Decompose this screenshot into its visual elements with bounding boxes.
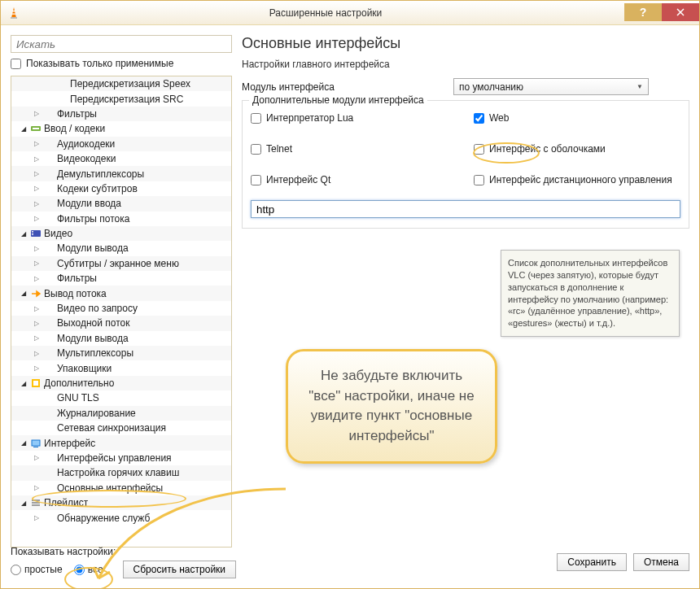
tree-item-label: Фильтры xyxy=(57,273,97,284)
tree-row[interactable]: ▷Интерфейсы управления xyxy=(11,451,231,465)
tree-item-label: Ввод / кодеки xyxy=(44,123,105,134)
tree-row[interactable]: ▷Выходной поток xyxy=(11,316,231,330)
triangle-right-icon[interactable]: ▷ xyxy=(31,484,42,491)
tree-item-label: Настройка горячих клавиш xyxy=(57,467,179,478)
checkbox-remote[interactable]: Интерфейс дистанционного управления xyxy=(474,174,680,185)
checkbox-web[interactable]: Web xyxy=(474,112,680,124)
save-button[interactable]: Сохранить xyxy=(557,553,627,571)
vlc-cone-icon xyxy=(7,7,20,20)
module-dropdown[interactable]: по умолчанию ▼ xyxy=(453,78,649,95)
cancel-button[interactable]: Отмена xyxy=(633,553,689,571)
triangle-right-icon[interactable]: ▷ xyxy=(31,260,42,267)
tree-item-label: Модули ввода xyxy=(57,198,121,209)
triangle-down-icon[interactable]: ◢ xyxy=(18,439,29,447)
triangle-right-icon[interactable]: ▷ xyxy=(31,110,42,117)
radio-all[interactable]: все xyxy=(74,564,103,575)
tree-row[interactable]: ◢Вывод потока xyxy=(11,286,231,300)
settings-tree[interactable]: Передискретизация SpeexПередискретизация… xyxy=(11,76,232,548)
window-buttons: ? xyxy=(624,4,699,22)
tree-row[interactable]: ▷Модули вывода xyxy=(11,241,231,255)
triangle-right-icon[interactable]: ▷ xyxy=(31,514,42,521)
checkbox-telnet[interactable]: Telnet xyxy=(251,143,457,155)
window-title: Расширенные настройки xyxy=(27,7,624,19)
tree-item-label: Выходной поток xyxy=(57,317,129,329)
playlist-icon xyxy=(29,497,42,508)
tree-item-label: Обнаружение служб xyxy=(57,513,150,524)
tree-item-label: Фильтры xyxy=(57,108,97,120)
checkbox-qt[interactable]: Интерфейс Qt xyxy=(251,174,457,185)
triangle-right-icon[interactable]: ▷ xyxy=(31,170,42,177)
tree-item-label: Передискретизация SRC xyxy=(70,94,183,105)
triangle-right-icon[interactable]: ▷ xyxy=(31,185,42,192)
tree-row[interactable]: ▷Обнаружение служб xyxy=(11,510,231,525)
tree-row[interactable]: ▷Аудиокодеки xyxy=(11,137,231,151)
svg-marker-0 xyxy=(11,7,16,18)
triangle-right-icon[interactable]: ▷ xyxy=(31,305,42,312)
triangle-right-icon[interactable]: ▷ xyxy=(31,200,42,207)
triangle-right-icon[interactable]: ▷ xyxy=(31,215,42,222)
triangle-right-icon[interactable]: ▷ xyxy=(31,140,42,147)
tree-row[interactable]: ▷Модули вывода xyxy=(11,331,231,346)
tree-row[interactable]: ▷Видеокодеки xyxy=(11,151,231,166)
checkbox-lua[interactable]: Интерпретатор Lua xyxy=(251,112,457,124)
triangle-right-icon[interactable]: ▷ xyxy=(31,155,42,163)
tree-row[interactable]: Передискретизация SRC xyxy=(11,91,231,106)
triangle-down-icon[interactable]: ◢ xyxy=(18,380,29,387)
page-title: Основные интерфейсы xyxy=(242,35,689,52)
tree-row[interactable]: ▷Основные интерфейсы xyxy=(11,481,231,495)
tree-row[interactable]: Сетевая синхронизация xyxy=(11,421,231,435)
triangle-right-icon[interactable]: ▷ xyxy=(31,245,42,252)
tree-row[interactable]: ◢Ввод / кодеки xyxy=(11,121,231,136)
tree-row[interactable]: ◢Видео xyxy=(11,226,231,241)
triangle-right-icon[interactable]: ▷ xyxy=(31,320,42,327)
radio-simple[interactable]: простые xyxy=(11,564,63,575)
tree-row[interactable]: ◢Плейлист xyxy=(11,495,231,510)
triangle-right-icon[interactable]: ▷ xyxy=(31,275,42,282)
tree-row[interactable]: Журналирование xyxy=(11,406,231,421)
tree-item-label: Журналирование xyxy=(57,408,136,419)
tree-row[interactable]: ▷Фильтры потока xyxy=(11,212,231,226)
tree-item-label: Упаковщики xyxy=(57,363,112,374)
search-input[interactable] xyxy=(11,35,232,53)
tree-row[interactable]: ▷Кодеки субтитров xyxy=(11,181,231,196)
tree-row[interactable]: ◢Интерфейс xyxy=(11,435,231,450)
triangle-right-icon[interactable]: ▷ xyxy=(31,364,42,372)
show-applicable-checkbox[interactable]: Показывать только применимые xyxy=(11,58,232,69)
svg-rect-2 xyxy=(12,11,15,11)
triangle-down-icon[interactable]: ◢ xyxy=(18,500,29,507)
svg-rect-16 xyxy=(32,504,40,506)
tree-item-label: Модули вывода xyxy=(57,242,129,254)
tree-row[interactable]: Настройка горячих клавиш xyxy=(11,465,231,480)
reset-button[interactable]: Сбросить настройки xyxy=(123,561,236,578)
svg-rect-11 xyxy=(33,381,38,386)
tree-row[interactable]: ▷Упаковщики xyxy=(11,360,231,375)
show-applicable-cb[interactable] xyxy=(11,59,21,69)
triangle-right-icon[interactable]: ▷ xyxy=(31,454,42,461)
tree-item-label: Кодеки субтитров xyxy=(57,183,138,194)
triangle-right-icon[interactable]: ▷ xyxy=(31,334,42,342)
triangle-right-icon[interactable]: ▷ xyxy=(31,350,42,357)
tree-row[interactable]: ▷Видео по запросу xyxy=(11,301,231,316)
checkbox-skins[interactable]: Интерфейс с оболочками xyxy=(474,143,680,155)
extra-interfaces-input[interactable] xyxy=(251,200,680,218)
tree-row[interactable]: ▷Фильтры xyxy=(11,107,231,121)
triangle-down-icon[interactable]: ◢ xyxy=(18,125,29,133)
tree-item-label: Видео xyxy=(44,228,72,239)
tree-row[interactable]: ▷Модули ввода xyxy=(11,196,231,211)
triangle-down-icon[interactable]: ◢ xyxy=(18,290,29,297)
help-button[interactable]: ? xyxy=(624,3,662,21)
tree-row[interactable]: ▷Субтитры / экранное меню xyxy=(11,256,231,271)
close-button[interactable] xyxy=(662,3,699,21)
tree-item-label: Интерфейсы управления xyxy=(57,452,172,464)
tree-item-label: Модули вывода xyxy=(57,333,129,344)
tree-row[interactable]: ▷Мультиплексоры xyxy=(11,346,231,360)
tree-row[interactable]: ▷Демультиплексоры xyxy=(11,166,231,181)
tree-row[interactable]: GNU TLS xyxy=(11,390,231,405)
tree-item-label: Мультиплексоры xyxy=(57,347,133,359)
tree-row[interactable]: ◢Дополнительно xyxy=(11,376,231,390)
tree-row[interactable]: Передискретизация Speex xyxy=(11,76,231,91)
triangle-down-icon[interactable]: ◢ xyxy=(18,230,29,238)
svg-rect-8 xyxy=(32,233,33,233)
tree-item-label: Вывод потока xyxy=(44,288,107,299)
tree-row[interactable]: ▷Фильтры xyxy=(11,271,231,286)
